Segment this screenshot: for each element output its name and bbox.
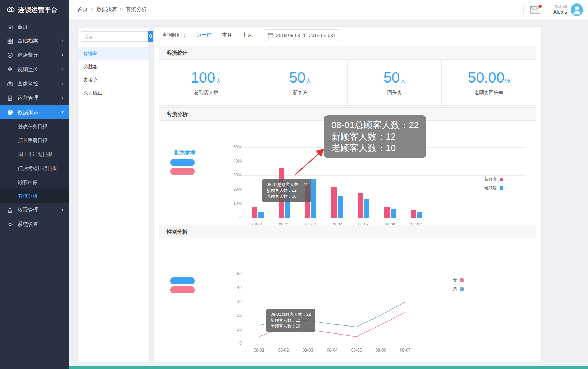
tooltip-line: 老顾客人数：10: [267, 194, 307, 199]
date-range-picker[interactable]: 2019-06-03 至 2019-06-03 ▾: [264, 29, 339, 41]
page: 连锁运营平台 首页基础档案巡店督导视频监控图像监控运营管理数据报表整改任务日报店…: [0, 0, 588, 369]
mail-button[interactable]: [530, 6, 540, 14]
topbar-right: 欢迎您! Alexis: [517, 0, 583, 19]
bar-新顾客-08-06: [384, 207, 390, 218]
date-from: 2019-06-03: [276, 33, 300, 38]
x-tick-label: 08-02: [273, 348, 294, 353]
stat-新客户: 50人新客户: [253, 60, 348, 106]
gridline: [244, 344, 526, 344]
red-arrow-annotation: [293, 146, 328, 179]
store-item-史塔克[interactable]: 史塔克: [78, 73, 149, 86]
bar-新顾客-08-05: [358, 193, 363, 218]
tooltip-line: 08-01总顾客人数：22: [271, 312, 311, 317]
sidebar-item-label: 数据报表: [17, 109, 38, 116]
filter-bar: 查询时间： 近一周本月上月 2019-06-03 至 2019-06-03 ▾: [154, 27, 541, 44]
legend-swatch: [500, 178, 503, 181]
sidebar-item-基础档案[interactable]: 基础档案: [0, 34, 69, 48]
store-list: 肯德基必胜客史塔克东方既白: [78, 45, 149, 100]
zoom-callout-tooltip: 08-01总顾客人数：22 新顾客人数：12 老顾客人数：10: [324, 115, 426, 158]
sidebar-item-label: 视频监控: [17, 66, 38, 73]
calendar-icon: [268, 32, 273, 38]
stat-unit: 人: [400, 78, 406, 84]
breadcrumb-home[interactable]: 首页: [77, 6, 88, 12]
sidebar-item-巡店督导[interactable]: 巡店督导: [0, 48, 69, 62]
gridline: [244, 175, 526, 176]
stat-value: 100人: [159, 69, 253, 86]
logo-chain-icon: [6, 5, 15, 14]
pie-icon: [7, 109, 13, 116]
search-input[interactable]: [81, 31, 148, 42]
legend-label: 新顾客: [484, 176, 497, 182]
avatar[interactable]: [571, 3, 583, 16]
document-icon: [7, 95, 13, 101]
sidebar-item-系统设置[interactable]: 系统设置: [0, 217, 69, 231]
x-tick-label: 08-01: [249, 348, 269, 353]
line-chart-tooltip: 08-01总顾客人数：22 新顾客人数：12 老顾客人数：10: [266, 309, 315, 332]
submenu-item-顾客画像[interactable]: 顾客画像: [0, 175, 69, 189]
sidebar-item-运营管理[interactable]: 运营管理: [0, 91, 69, 105]
date-separator: 至: [302, 32, 307, 38]
sidebar-item-label: 巡店督导: [17, 52, 38, 58]
sidebar-item-label: 首页: [17, 23, 28, 30]
gender-analysis-section: 性别分析 08-01总顾客人数：22 新顾客人数：12 老顾客人数：10 504…: [159, 225, 536, 359]
tooltip-line: 老顾客人数：10: [331, 142, 419, 154]
sidebar-item-图像监控[interactable]: 图像监控: [0, 77, 69, 91]
shield-icon: [7, 52, 13, 58]
breadcrumb-separator: >: [120, 6, 123, 12]
tooltip-line: 08-01总顾客人数：22: [267, 182, 307, 188]
sidebar-item-首页[interactable]: 首页: [0, 19, 69, 34]
y-tick-label: 30: [224, 299, 242, 304]
tooltip-line: 老顾客人数：10: [271, 323, 311, 329]
chevron-right-icon: [60, 38, 65, 43]
topbar: 首页>数据报表>客流分析 欢迎您! Alexis: [69, 0, 588, 19]
x-tick-label: 08-06: [370, 348, 391, 353]
store-item-肯德基[interactable]: 肯德基: [78, 47, 149, 60]
gender-analysis-chart[interactable]: 08-01总顾客人数：22 新顾客人数：12 老顾客人数：10 50403020…: [159, 238, 536, 359]
stat-回头客: 50人回头客: [348, 60, 442, 106]
bar-老顾客-08-04: [338, 196, 343, 218]
chevron-down-icon: [60, 110, 65, 115]
filter-option-近一周[interactable]: 近一周: [197, 32, 212, 38]
gridline: [244, 162, 526, 162]
x-tick-label: 08-05: [346, 348, 367, 353]
submenu-item-整改任务日报[interactable]: 整改任务日报: [0, 119, 69, 133]
filter-option-本月[interactable]: 本月: [222, 32, 232, 38]
sidebar-menu: 首页基础档案巡店督导视频监控图像监控运营管理数据报表整改任务日报店长手册日报周工…: [0, 19, 69, 231]
archive-icon: [7, 38, 13, 44]
sidebar-item-label: 系统设置: [17, 221, 38, 228]
webcam-icon: [7, 66, 13, 73]
stat-总到店人数: 100人总到店人数: [159, 60, 253, 106]
store-item-东方既白[interactable]: 东方既白: [78, 86, 149, 100]
filter-option-上月[interactable]: 上月: [242, 32, 252, 38]
breadcrumb-reports[interactable]: 数据报表: [96, 6, 117, 12]
store-panel: 肯德基必胜客史塔克东方既白: [77, 28, 150, 362]
welcome-text: 欢迎您!: [553, 4, 567, 9]
y-tick-label: 10%: [224, 201, 242, 206]
sidebar-item-label: 运营管理: [17, 95, 38, 101]
breadcrumb: 首页>数据报表>客流分析: [77, 6, 147, 13]
sidebar-item-权限管理[interactable]: 权限管理: [0, 203, 69, 217]
store-item-必胜客[interactable]: 必胜客: [78, 60, 149, 73]
app-logo: 连锁运营平台: [0, 0, 69, 19]
sidebar-item-数据报表[interactable]: 数据报表: [0, 105, 69, 119]
chevron-right-icon: [60, 207, 65, 212]
tooltip-line: 08-01总顾客人数：22: [331, 119, 419, 131]
submenu-item-店长手册日报[interactable]: 店长手册日报: [0, 133, 69, 147]
sidebar-item-视频监控[interactable]: 视频监控: [0, 62, 69, 77]
legend-label: 老顾客: [484, 185, 497, 191]
app-title: 连锁运营平台: [18, 6, 58, 14]
home-icon: [7, 24, 13, 30]
legend-新顾客[interactable]: 新顾客: [484, 176, 503, 182]
submenu-item-周工作计划日报[interactable]: 周工作计划日报: [0, 147, 69, 161]
bar-chart-tooltip: 08-01总顾客人数：22 新顾客人数：12 老顾客人数：10: [262, 179, 311, 202]
submenu-item-客流分析[interactable]: 客流分析: [0, 189, 69, 203]
stat-unit: %: [505, 78, 510, 84]
chevron-down-icon[interactable]: ▾: [333, 33, 335, 38]
chevron-right-icon: [60, 95, 65, 100]
bottom-strip: [69, 366, 588, 369]
legend-老顾客[interactable]: 老顾客: [484, 185, 503, 191]
username: Alexis: [553, 9, 567, 15]
stat-number: 100: [191, 69, 215, 86]
bar-老顾客-08-01: [258, 212, 264, 218]
submenu-item-门店考核排行日报[interactable]: 门店考核排行日报: [0, 161, 69, 175]
